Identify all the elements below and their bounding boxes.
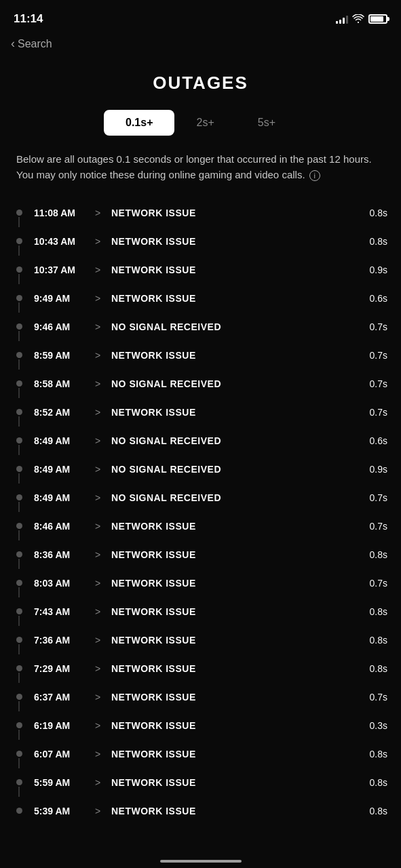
timeline-line (18, 302, 20, 313)
timeline-dot (16, 779, 22, 785)
arrow-icon: > (95, 492, 109, 503)
timeline-dot (16, 323, 22, 330)
filter-tab-5s[interactable]: 5s+ (236, 110, 297, 136)
arrow-icon: > (95, 749, 109, 760)
outage-time: 9:49 AM (34, 293, 95, 304)
outage-row[interactable]: 11:08 AM > NETWORK ISSUE 0.8s (0, 199, 401, 227)
nav-bar: ‹ Search (0, 34, 401, 59)
outage-duration: 0.3s (363, 720, 387, 731)
outage-row[interactable]: 8:03 AM > NETWORK ISSUE 0.7s (0, 569, 401, 597)
outage-time: 8:49 AM (34, 464, 95, 475)
wifi-icon (352, 14, 364, 24)
timeline-line (18, 587, 20, 597)
timeline-dot (16, 380, 22, 387)
timeline-dot (16, 694, 22, 700)
outage-time: 8:36 AM (34, 549, 95, 560)
outage-row[interactable]: 5:59 AM > NETWORK ISSUE 0.8s (0, 768, 401, 797)
timeline-col (14, 227, 24, 256)
timeline-dot (16, 665, 22, 671)
arrow-icon: > (95, 264, 109, 275)
scroll-indicator (160, 860, 242, 863)
outage-time: 6:07 AM (34, 749, 95, 760)
arrow-icon: > (95, 663, 109, 674)
outage-duration: 0.6s (363, 293, 387, 304)
outage-time: 8:46 AM (34, 521, 95, 532)
timeline-dot (16, 637, 22, 643)
outage-row[interactable]: 6:07 AM > NETWORK ISSUE 0.8s (0, 740, 401, 768)
outage-time: 7:29 AM (34, 663, 95, 674)
outage-row[interactable]: 8:59 AM > NETWORK ISSUE 0.7s (0, 341, 401, 370)
filter-tab-2s[interactable]: 2s+ (174, 110, 235, 136)
timeline-dot (16, 551, 22, 557)
outage-duration: 0.8s (363, 236, 387, 247)
outage-duration: 0.6s (363, 435, 387, 446)
outage-row[interactable]: 8:49 AM > NO SIGNAL RECEIVED 0.9s (0, 455, 401, 484)
arrow-icon: > (95, 692, 109, 703)
outage-row[interactable]: 10:43 AM > NETWORK ISSUE 0.8s (0, 227, 401, 256)
outage-type: NO SIGNAL RECEIVED (109, 464, 363, 475)
outage-type: NETWORK ISSUE (109, 606, 363, 617)
outage-type: NETWORK ISSUE (109, 293, 363, 304)
outage-row[interactable]: 6:19 AM > NETWORK ISSUE 0.3s (0, 711, 401, 740)
outage-duration: 0.9s (363, 264, 387, 275)
arrow-icon: > (95, 321, 109, 332)
arrow-icon: > (95, 236, 109, 247)
outage-time: 8:49 AM (34, 492, 95, 503)
timeline-line (18, 445, 20, 455)
outage-row[interactable]: 9:46 AM > NO SIGNAL RECEIVED 0.7s (0, 313, 401, 341)
outage-row[interactable]: 10:37 AM > NETWORK ISSUE 0.9s (0, 256, 401, 284)
timeline-col (14, 740, 24, 768)
timeline-col (14, 484, 24, 512)
timeline-dot (16, 352, 22, 358)
outage-row[interactable]: 7:36 AM > NETWORK ISSUE 0.8s (0, 626, 401, 654)
info-icon[interactable]: i (309, 170, 320, 181)
outage-row[interactable]: 7:29 AM > NETWORK ISSUE 0.8s (0, 654, 401, 683)
outage-duration: 0.7s (363, 492, 387, 503)
timeline-col (14, 683, 24, 711)
timeline-dot (16, 722, 22, 728)
timeline-col (14, 711, 24, 740)
outage-duration: 0.7s (363, 321, 387, 332)
outage-row[interactable]: 9:49 AM > NETWORK ISSUE 0.6s (0, 284, 401, 313)
outage-row[interactable]: 8:49 AM > NO SIGNAL RECEIVED 0.6s (0, 427, 401, 455)
timeline-dot (16, 523, 22, 529)
timeline-dot (16, 295, 22, 301)
outage-row[interactable]: 7:43 AM > NETWORK ISSUE 0.8s (0, 597, 401, 626)
timeline-dot (16, 751, 22, 757)
arrow-icon: > (95, 350, 109, 361)
outage-row[interactable]: 8:46 AM > NETWORK ISSUE 0.7s (0, 512, 401, 540)
back-button[interactable]: ‹ Search (11, 37, 52, 51)
timeline-dot (16, 608, 22, 614)
timeline-col (14, 654, 24, 683)
outage-list: 11:08 AM > NETWORK ISSUE 0.8s 10:43 AM >… (0, 199, 401, 852)
outage-time: 8:58 AM (34, 378, 95, 389)
outage-type: NETWORK ISSUE (109, 635, 363, 646)
outage-type: NETWORK ISSUE (109, 350, 363, 361)
timeline-line (18, 758, 20, 768)
timeline-dot (16, 409, 22, 415)
outage-row[interactable]: 8:49 AM > NO SIGNAL RECEIVED 0.7s (0, 484, 401, 512)
arrow-icon: > (95, 464, 109, 475)
timeline-col (14, 313, 24, 341)
outage-type: NO SIGNAL RECEIVED (109, 378, 363, 389)
outage-type: NO SIGNAL RECEIVED (109, 435, 363, 446)
outage-time: 5:59 AM (34, 777, 95, 788)
outage-row[interactable]: 8:36 AM > NETWORK ISSUE 0.8s (0, 540, 401, 569)
outage-type: NO SIGNAL RECEIVED (109, 321, 363, 332)
timeline-line (18, 559, 20, 569)
outage-time: 8:49 AM (34, 435, 95, 446)
page-title: OUTAGES (14, 73, 387, 94)
outage-duration: 0.8s (363, 749, 387, 760)
outage-row[interactable]: 6:37 AM > NETWORK ISSUE 0.7s (0, 683, 401, 711)
outage-row[interactable]: 8:52 AM > NETWORK ISSUE 0.7s (0, 398, 401, 427)
timeline-line (18, 359, 20, 370)
filter-tab-01s[interactable]: 0.1s+ (104, 110, 174, 136)
status-time: 11:14 (14, 12, 43, 26)
arrow-icon: > (95, 208, 109, 218)
timeline-line (18, 217, 20, 227)
outage-type: NETWORK ISSUE (109, 208, 363, 218)
outage-row[interactable]: 5:39 AM > NETWORK ISSUE 0.8s (0, 797, 401, 825)
outage-row[interactable]: 8:58 AM > NO SIGNAL RECEIVED 0.7s (0, 370, 401, 398)
arrow-icon: > (95, 720, 109, 731)
back-label: Search (18, 38, 52, 50)
